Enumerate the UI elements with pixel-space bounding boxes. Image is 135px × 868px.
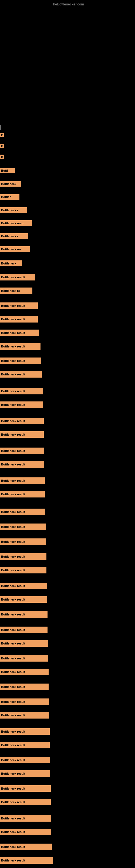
bottleneck-result-bar[interactable]: Bottleneck result <box>0 388 43 394</box>
bottleneck-result-bar[interactable]: Bottleneck resu <box>0 220 32 226</box>
bottleneck-result-bar[interactable]: Bottleneck result <box>0 627 48 633</box>
bottleneck-result-bar[interactable]: Bottleneck result <box>0 799 51 805</box>
bottleneck-result-bar[interactable]: Bottleneck result <box>0 596 47 603</box>
bottleneck-result-bar[interactable]: Bottleneck result <box>0 815 51 822</box>
bottleneck-result-bar[interactable]: Bottleneck result <box>0 447 44 454</box>
bottleneck-result-bar[interactable]: Bottleneck result <box>0 770 50 777</box>
bottleneck-result-bar[interactable]: Bottleneck result <box>0 553 46 560</box>
bottleneck-result-bar[interactable]: Bottleneck result <box>0 461 44 468</box>
bottleneck-result-bar[interactable]: Bottleneck <box>0 260 22 267</box>
bottleneck-result-bar[interactable]: Bottleneck result <box>0 343 41 350</box>
bottleneck-result-bar[interactable]: Bottleneck <box>0 181 21 187</box>
bottleneck-result-bar[interactable]: Bottleneck result <box>0 699 49 705</box>
bottleneck-result-bar[interactable]: Bottleneck result <box>0 371 42 378</box>
bottleneck-result-bar[interactable]: Bottleneck result <box>0 358 41 364</box>
cursor-indicator <box>0 125 1 130</box>
bottleneck-result-bar[interactable]: B <box>0 133 4 137</box>
bottleneck-result-bar[interactable]: Bottleneck result <box>0 418 44 424</box>
bottleneck-result-bar[interactable]: Bottleneck result <box>0 431 44 438</box>
bottleneck-result-bar[interactable]: Bottleneck result <box>0 477 45 484</box>
bottleneck-result-bar[interactable]: Bottleneck result <box>0 728 50 735</box>
bottleneck-result-bar[interactable]: Bottleneck result <box>0 538 46 545</box>
bottleneck-result-bar[interactable]: Bottleneck result <box>0 844 52 850</box>
bottleneck-result-bar[interactable]: Bottleneck result <box>0 655 48 661</box>
bottleneck-result-bar[interactable]: Bottleneck result <box>0 785 51 792</box>
bottleneck-result-bar[interactable]: Bottleneck result <box>0 508 45 515</box>
bottleneck-result-bar[interactable]: Bottleneck result <box>0 330 39 336</box>
bottleneck-result-bar[interactable]: Bottleneck result <box>0 640 48 647</box>
bottleneck-result-bar[interactable]: Bottleneck result <box>0 583 47 589</box>
bottleneck-result-bar[interactable]: Bottleneck result <box>0 829 51 835</box>
bottleneck-result-bar[interactable]: Bottleneck result <box>0 401 43 408</box>
bottleneck-result-bar[interactable]: Bottleneck result <box>0 524 46 530</box>
bottleneck-result-bar[interactable]: Bottleneck result <box>0 274 35 280</box>
bottleneck-result-bar[interactable]: Bottleneck result <box>0 757 50 763</box>
bottleneck-result-bar[interactable]: Bottlen <box>0 194 19 199</box>
bottleneck-result-bar[interactable]: Bottleneck result <box>0 742 50 748</box>
bottleneck-result-bar[interactable]: Bottleneck result <box>0 303 38 309</box>
bottleneck-result-bar[interactable]: Bottleneck result <box>0 712 49 718</box>
bottleneck-result-bar[interactable]: Bottleneck result <box>0 684 49 690</box>
bottleneck-result-bar[interactable]: B <box>0 144 4 148</box>
bottleneck-result-bar[interactable]: Bottleneck res <box>0 246 30 252</box>
site-title: TheBottlenecker.com <box>51 2 84 6</box>
bottleneck-result-bar[interactable]: Bottleneck result <box>0 857 53 864</box>
bottleneck-result-bar[interactable]: Bottleneck result <box>0 491 45 497</box>
bottleneck-result-bar[interactable]: Bottleneck result <box>0 669 49 675</box>
bottleneck-result-bar[interactable]: Bottleneck result <box>0 567 46 574</box>
bottleneck-result-bar[interactable]: Bottleneck r <box>0 207 27 213</box>
bottleneck-result-bar[interactable]: Bottl <box>0 168 15 173</box>
bottleneck-result-bar[interactable]: Bottleneck r <box>0 233 28 239</box>
bottleneck-result-bar[interactable]: Bottleneck result <box>0 316 38 322</box>
bottleneck-result-bar[interactable]: B <box>0 155 4 159</box>
bottleneck-result-bar[interactable]: Bottleneck result <box>0 611 48 618</box>
bottleneck-result-bar[interactable]: Bottleneck re <box>0 287 32 294</box>
